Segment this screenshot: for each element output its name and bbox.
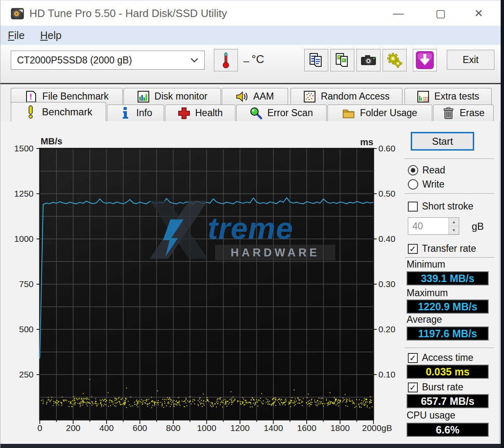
- menu-file[interactable]: File: [8, 29, 32, 41]
- read-radio[interactable]: [408, 165, 418, 175]
- tab-label: Info: [136, 107, 152, 119]
- magnifier-icon: [250, 107, 262, 119]
- save-results-button[interactable]: [413, 49, 437, 71]
- extra-tests-icon: [417, 90, 429, 103]
- tab-label: Health: [195, 107, 223, 119]
- tab-label: AAM: [253, 91, 274, 102]
- right-axis-tick-label: 0.10: [378, 370, 395, 380]
- tab-label: Extra tests: [434, 91, 480, 102]
- y-axis-tick-label: 1250: [14, 189, 34, 199]
- access-time-label: Access time: [422, 352, 473, 363]
- left-axis-labels: 150012501000750500250: [9, 149, 37, 420]
- window-right-edge: [501, 0, 504, 448]
- read-label: Read: [422, 165, 445, 176]
- tab-extra-tests[interactable]: Extra tests: [405, 88, 492, 105]
- tab-folder-usage[interactable]: Folder Usage: [327, 105, 432, 121]
- write-label: Write: [422, 179, 444, 190]
- short-stroke-row[interactable]: Short stroke: [408, 201, 473, 212]
- maximize-button[interactable]: ▢: [427, 4, 454, 23]
- stepper-up-icon[interactable]: ▲: [449, 218, 459, 226]
- left-axis-title: MB/s: [41, 136, 63, 147]
- temperature-unit: °C: [252, 53, 264, 66]
- start-button[interactable]: Start: [411, 132, 474, 151]
- menu-help[interactable]: Help: [40, 29, 64, 41]
- health-cross-icon: [178, 107, 190, 119]
- minimum-value: 339.1 MB/s: [407, 271, 489, 285]
- info-icon: [119, 107, 131, 119]
- file-benchmark-icon: !: [25, 90, 37, 103]
- separator: [405, 193, 494, 194]
- y-axis-tick-label: 500: [19, 324, 34, 334]
- copy-text-button[interactable]: [304, 49, 328, 71]
- disk-monitor-icon: [137, 90, 150, 103]
- tab-benchmark-active[interactable]: Benchmark: [11, 102, 106, 122]
- write-radio-row[interactable]: Write: [408, 179, 444, 190]
- short-stroke-label: Short stroke: [422, 201, 473, 212]
- burst-rate-value: 657.7 MB/s: [407, 394, 489, 408]
- y-axis-tick-label: 750: [19, 279, 34, 289]
- minimum-label: Minimum: [407, 259, 445, 270]
- access-time-row[interactable]: ✓ Access time: [408, 352, 473, 363]
- x-axis-tick-label: 1400: [264, 423, 283, 433]
- temperature-button[interactable]: [214, 49, 238, 71]
- transfer-rate-checkbox[interactable]: ✓: [408, 244, 418, 254]
- screenshot-button[interactable]: [356, 49, 380, 71]
- cpu-usage-value: 6.6%: [407, 423, 489, 437]
- right-axis-tick-label: 0.50: [378, 189, 395, 199]
- options-button[interactable]: [383, 49, 407, 71]
- tab-health[interactable]: Health: [165, 105, 235, 121]
- write-radio[interactable]: [408, 179, 418, 190]
- benchmark-icon: [24, 106, 37, 118]
- menu-bar: File Help: [0, 26, 501, 45]
- x-axis-tick-label: 1200: [230, 423, 250, 433]
- copy-image-button[interactable]: [330, 49, 354, 71]
- burst-rate-checkbox[interactable]: ✓: [408, 382, 418, 392]
- transfer-rate-row[interactable]: ✓ Transfer rate: [408, 243, 476, 254]
- tab-random-access[interactable]: Random Access: [291, 88, 402, 105]
- tab-label: Erase: [460, 107, 485, 119]
- tab-error-scan[interactable]: Error Scan: [236, 105, 327, 121]
- right-axis-labels: 0.600.500.400.300.200.10: [374, 149, 399, 420]
- copy-text-icon: [309, 52, 324, 68]
- tab-disk-monitor[interactable]: Disk monitor: [124, 88, 221, 105]
- access-time-value: 0.035 ms: [407, 365, 489, 379]
- window-bottom-edge: [0, 444, 504, 448]
- x-axis-labels: 0200400600800100012001400160018002000gB: [40, 423, 405, 436]
- chart-canvas: [40, 149, 373, 420]
- right-axis-tick-label: 0.20: [378, 324, 395, 334]
- tab-erase[interactable]: Erase: [433, 105, 494, 121]
- short-stroke-checkbox[interactable]: [408, 202, 418, 212]
- transfer-rate-label: Transfer rate: [422, 243, 476, 254]
- right-axis-tick-label: 0.40: [378, 234, 395, 244]
- right-axis-tick-label: 0.30: [378, 279, 395, 289]
- tab-info[interactable]: Info: [107, 105, 164, 121]
- y-axis-tick-label: 1500: [14, 144, 34, 153]
- speaker-icon: [236, 90, 248, 103]
- access-time-checkbox[interactable]: ✓: [408, 353, 418, 363]
- tab-strip: ! File Benchmark Disk monitor AAM Random…: [0, 84, 501, 121]
- app-window: HD Tune Pro 5.50 - Hard Disk/SSD Utility…: [0, 0, 504, 448]
- short-stroke-size-stepper[interactable]: 40 ▲ ▼: [408, 217, 459, 235]
- svg-text:!: !: [29, 92, 32, 101]
- read-radio-row[interactable]: Read: [408, 165, 445, 176]
- separator: [405, 348, 494, 348]
- maximum-value: 1220.9 MB/s: [407, 299, 489, 314]
- benchmark-chart: treme HARDWARE: [40, 149, 373, 420]
- x-axis-tick-label: 600: [133, 423, 147, 433]
- minimize-button[interactable]: —: [385, 4, 412, 23]
- maximum-label: Maximum: [407, 287, 448, 299]
- burst-rate-row[interactable]: ✓ Burst rate: [408, 382, 463, 393]
- tab-label: Random Access: [321, 91, 390, 102]
- drive-select-dropdown[interactable]: CT2000P5SSD8 (2000 gB): [11, 51, 205, 70]
- separator: [405, 257, 494, 258]
- tab-label: Benchmark: [42, 106, 92, 118]
- close-button[interactable]: ✕: [465, 4, 492, 23]
- drive-select-value: CT2000P5SSD8 (2000 gB): [17, 55, 132, 66]
- x-axis-tick-label: 200: [66, 423, 80, 433]
- tab-aam[interactable]: AAM: [222, 88, 288, 105]
- x-axis-tick-label: 0: [37, 423, 42, 433]
- stepper-down-icon[interactable]: ▼: [449, 226, 459, 234]
- x-axis-tick-label: 1000: [197, 423, 216, 433]
- short-stroke-unit: gB: [472, 221, 484, 232]
- exit-button[interactable]: Exit: [447, 50, 494, 70]
